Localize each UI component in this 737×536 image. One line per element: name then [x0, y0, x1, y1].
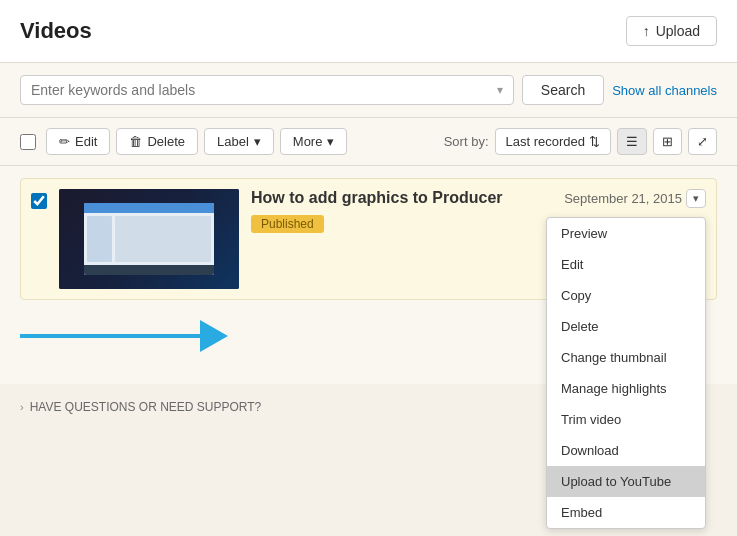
upload-button[interactable]: ↑ Upload [626, 16, 717, 46]
video-actions-button[interactable]: ▾ [686, 189, 706, 208]
expand-view-button[interactable]: ⤢ [688, 128, 717, 155]
dropdown-item-change-thumbnail[interactable]: Change thumbnail [547, 342, 705, 373]
select-all-checkbox[interactable] [20, 134, 36, 150]
thumb-bottom-bar [84, 265, 214, 275]
thumbnail-inner [59, 189, 239, 289]
toolbar: ✏ Edit 🗑 Delete Label ▾ More ▾ Sort by: … [0, 118, 737, 166]
video-checkbox[interactable] [31, 193, 47, 209]
thumbnail-screen [84, 203, 214, 275]
page-header: Videos ↑ Upload [0, 0, 737, 63]
sort-chevron-icon: ⇅ [589, 134, 600, 149]
search-bar: ▾ Search Show all channels [0, 63, 737, 118]
more-label: More [293, 134, 323, 149]
sort-by-label: Sort by: [444, 134, 489, 149]
more-chevron-icon: ▾ [327, 134, 334, 149]
status-badge: Published [251, 215, 324, 233]
label-button[interactable]: Label ▾ [204, 128, 274, 155]
arrow-head [200, 320, 228, 352]
grid-view-icon: ⊞ [662, 134, 673, 149]
support-label: HAVE QUESTIONS OR NEED SUPPORT? [30, 400, 262, 414]
page-title: Videos [20, 18, 92, 44]
chevron-down-icon: ▾ [497, 83, 503, 97]
thumb-content [84, 213, 214, 265]
edit-button[interactable]: ✏ Edit [46, 128, 110, 155]
dropdown-menu: Preview Edit Copy Delete Change thumbnai… [546, 217, 706, 529]
dropdown-item-preview[interactable]: Preview [547, 218, 705, 249]
list-view-button[interactable]: ☰ [617, 128, 647, 155]
edit-label: Edit [75, 134, 97, 149]
arrow-shaft [20, 334, 200, 338]
dropdown-item-copy[interactable]: Copy [547, 280, 705, 311]
sort-select[interactable]: Last recorded ⇅ [495, 128, 612, 155]
search-input-wrap[interactable]: ▾ [20, 75, 514, 105]
chevron-right-icon: › [20, 401, 24, 413]
video-thumbnail [59, 189, 239, 289]
list-view-icon: ☰ [626, 134, 638, 149]
video-date: September 21, 2015 [564, 191, 682, 206]
grid-view-button[interactable]: ⊞ [653, 128, 682, 155]
video-item: How to add graphics to Producer Publishe… [20, 178, 717, 300]
sort-option-label: Last recorded [506, 134, 586, 149]
arrow-line [20, 320, 228, 352]
dropdown-item-embed[interactable]: Embed [547, 497, 705, 528]
upload-icon: ↑ [643, 23, 650, 39]
thumb-top-bar [84, 203, 214, 213]
more-button[interactable]: More ▾ [280, 128, 348, 155]
dropdown-item-upload-youtube[interactable]: Upload to YouTube [547, 466, 705, 497]
dropdown-item-download[interactable]: Download [547, 435, 705, 466]
sort-section: Sort by: Last recorded ⇅ ☰ ⊞ ⤢ [444, 128, 717, 155]
thumb-sidebar [87, 216, 112, 262]
search-input[interactable] [31, 82, 497, 98]
dropdown-item-manage-highlights[interactable]: Manage highlights [547, 373, 705, 404]
edit-icon: ✏ [59, 134, 70, 149]
thumb-main-area [115, 216, 211, 262]
delete-button[interactable]: 🗑 Delete [116, 128, 198, 155]
show-all-channels-link[interactable]: Show all channels [612, 83, 717, 98]
dropdown-item-delete[interactable]: Delete [547, 311, 705, 342]
main-content: How to add graphics to Producer Publishe… [0, 166, 737, 384]
search-button[interactable]: Search [522, 75, 604, 105]
dropdown-item-edit[interactable]: Edit [547, 249, 705, 280]
upload-label: Upload [656, 23, 700, 39]
label-chevron-icon: ▾ [254, 134, 261, 149]
delete-label: Delete [147, 134, 185, 149]
dropdown-item-trim-video[interactable]: Trim video [547, 404, 705, 435]
label-label: Label [217, 134, 249, 149]
video-date-wrap: September 21, 2015 ▾ [564, 189, 706, 208]
expand-icon: ⤢ [697, 134, 708, 149]
trash-icon: 🗑 [129, 134, 142, 149]
